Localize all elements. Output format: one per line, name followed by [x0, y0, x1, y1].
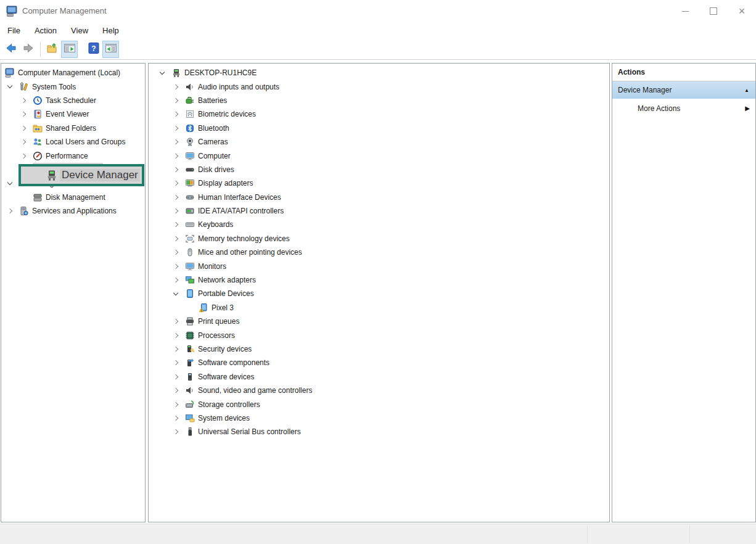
tree-item-label: Batteries — [197, 96, 227, 105]
biometric-icon — [185, 109, 197, 119]
collapse-chevron-icon[interactable] — [158, 72, 171, 74]
expand-chevron-icon[interactable] — [172, 181, 185, 185]
expand-chevron-icon[interactable] — [172, 99, 185, 102]
expand-chevron-icon[interactable] — [20, 99, 33, 102]
software-device-icon — [185, 372, 197, 382]
tree-item-event-viewer[interactable]: Event Viewer — [1, 107, 145, 121]
tree-item-label: Task Scheduler — [44, 96, 96, 105]
tree-item-biometric-devices[interactable]: Biometric devices — [149, 107, 609, 121]
expand-chevron-icon[interactable] — [20, 154, 33, 158]
more-actions-item[interactable]: More Actions ▶ — [612, 99, 755, 118]
tree-item-batteries[interactable]: Batteries — [149, 94, 609, 107]
tree-item-software-devices[interactable]: Software devices — [149, 370, 609, 384]
expand-chevron-icon[interactable] — [20, 126, 33, 130]
tree-item-desktop-ru1hc9e[interactable]: DESKTOP-RU1HC9E — [149, 66, 609, 80]
tree-item-disk-drives[interactable]: Disk drives — [149, 163, 609, 176]
expand-chevron-icon[interactable] — [172, 361, 185, 365]
tree-item-label: Monitors — [197, 262, 226, 271]
close-button[interactable]: × — [728, 0, 756, 22]
tree-item-shared-folders[interactable]: Shared Folders — [1, 122, 145, 135]
tree-item-audio-inputs-and-outputs[interactable]: Audio inputs and outputs — [149, 80, 609, 93]
expand-chevron-icon[interactable] — [172, 250, 185, 254]
tree-item-mice-and-other-pointing-devices[interactable]: Mice and other pointing devices — [149, 245, 609, 259]
expand-chevron-icon[interactable] — [172, 112, 185, 116]
expand-chevron-icon[interactable] — [172, 237, 185, 241]
expand-chevron-icon[interactable] — [172, 389, 185, 392]
collapse-chevron-icon[interactable] — [6, 183, 19, 184]
tree-item-system-devices[interactable]: System devices — [149, 411, 609, 425]
window-controls: × — [671, 0, 756, 22]
action-pane-icon — [105, 42, 117, 57]
collapse-chevron-icon[interactable] — [172, 293, 185, 295]
expand-chevron-icon[interactable] — [172, 85, 185, 89]
tree-item-software-components[interactable]: Software components — [149, 356, 609, 369]
expand-chevron-icon[interactable] — [20, 140, 33, 144]
show-action-pane-button[interactable] — [102, 41, 119, 58]
expand-chevron-icon[interactable] — [172, 347, 185, 351]
expand-chevron-icon[interactable] — [172, 209, 185, 213]
expand-chevron-icon[interactable] — [6, 209, 19, 213]
menu-action[interactable]: Action — [35, 26, 57, 35]
expand-chevron-icon[interactable] — [172, 223, 185, 226]
expand-chevron-icon[interactable] — [172, 319, 185, 323]
actions-group-device-manager[interactable]: Device Manager ▲ — [612, 81, 755, 99]
monitor-icon — [185, 262, 197, 271]
expand-chevron-icon[interactable] — [172, 140, 185, 144]
expand-chevron-icon[interactable] — [172, 168, 185, 171]
tree-item-performance[interactable]: Performance — [1, 149, 145, 162]
tree-item-sound-video-and-game-controllers[interactable]: Sound, video and game controllers — [149, 384, 609, 397]
tree-item-task-scheduler[interactable]: Task Scheduler — [1, 94, 145, 107]
expand-chevron-icon[interactable] — [172, 196, 185, 199]
memory-tech-icon — [185, 234, 197, 244]
minimize-button[interactable] — [671, 0, 699, 22]
tree-item-display-adapters[interactable]: Display adapters — [149, 176, 609, 190]
forward-button[interactable] — [20, 41, 36, 58]
tree-item-services-and-applications[interactable]: Services and Applications — [1, 204, 145, 218]
show-console-tree-button[interactable] — [61, 41, 78, 58]
tree-item-network-adapters[interactable]: Network adapters — [149, 273, 609, 287]
expand-chevron-icon[interactable] — [172, 430, 185, 434]
tree-item-cameras[interactable]: Cameras — [149, 135, 609, 149]
portable-device-icon — [185, 289, 197, 299]
tree-item-security-devices[interactable]: Security devices — [149, 342, 609, 356]
tree-item-keyboards[interactable]: Keyboards — [149, 218, 609, 231]
tree-item-computer[interactable]: Computer — [149, 149, 609, 162]
tree-item-system-tools[interactable]: System Tools — [1, 80, 145, 93]
tree-item-print-queues[interactable]: Print queues — [149, 315, 609, 328]
tree-item-human-interface-devices[interactable]: Human Interface Devices — [149, 191, 609, 204]
tree-item-portable-devices[interactable]: Portable Devices — [149, 287, 609, 300]
menu-help[interactable]: Help — [102, 26, 119, 35]
tree-item-computer-management-local[interactable]: Computer Management (Local) — [1, 66, 145, 80]
expand-chevron-icon[interactable] — [172, 265, 185, 268]
tree-item-label: Services and Applications — [31, 207, 117, 215]
tree-item-processors[interactable]: Processors — [149, 328, 609, 342]
tree-item-monitors[interactable]: Monitors — [149, 259, 609, 273]
expand-chevron-icon[interactable] — [172, 403, 185, 406]
expand-chevron-icon[interactable] — [172, 334, 185, 337]
tree-item-local-users-and-groups[interactable]: Local Users and Groups — [1, 135, 145, 149]
expand-chevron-icon[interactable] — [172, 375, 185, 379]
highlight-label: Device Manager — [60, 169, 140, 181]
tree-item-storage-controllers[interactable]: Storage controllers — [149, 397, 609, 411]
tree-item-ide-ata-atapi-controllers[interactable]: IDE ATA/ATAPI controllers — [149, 204, 609, 218]
tree-item-universal-serial-bus-controllers[interactable]: Universal Serial Bus controllers — [149, 425, 609, 439]
menu-view[interactable]: View — [71, 26, 88, 35]
collapse-arrow-icon[interactable]: ▲ — [744, 88, 749, 93]
expand-chevron-icon[interactable] — [172, 416, 185, 420]
collapse-chevron-icon[interactable] — [6, 86, 19, 88]
help-button[interactable]: ? — [85, 41, 102, 58]
up-one-level-button[interactable] — [44, 41, 60, 58]
more-actions-label: More Actions — [638, 104, 680, 113]
tree-item-label: Storage controllers — [197, 400, 260, 409]
menu-file[interactable]: File — [7, 26, 20, 35]
tree-item-disk-management[interactable]: Disk Management — [1, 191, 145, 204]
tree-item-pixel-3[interactable]: Pixel 3 — [149, 301, 609, 315]
expand-chevron-icon[interactable] — [20, 112, 33, 116]
expand-chevron-icon[interactable] — [172, 126, 185, 130]
back-button[interactable] — [2, 41, 19, 58]
expand-chevron-icon[interactable] — [172, 278, 185, 282]
expand-chevron-icon[interactable] — [172, 154, 185, 158]
tree-item-bluetooth[interactable]: Bluetooth — [149, 122, 609, 135]
maximize-button[interactable] — [699, 0, 728, 22]
tree-item-memory-technology-devices[interactable]: Memory technology devices — [149, 232, 609, 245]
